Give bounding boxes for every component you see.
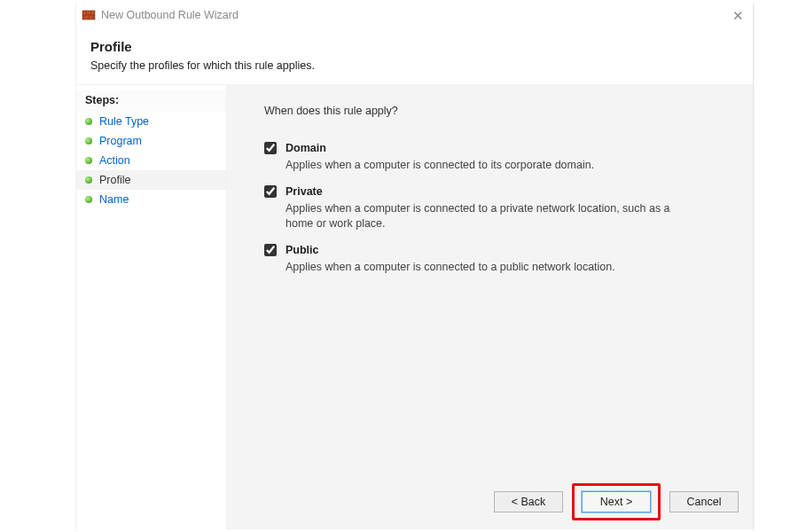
firewall-icon	[82, 8, 96, 22]
option-domain: Domain Applies when a computer is connec…	[264, 142, 730, 173]
step-name[interactable]: Name	[76, 190, 226, 209]
wizard-header: Profile Specify the profiles for which t…	[76, 27, 753, 84]
option-public: Public Applies when a computer is connec…	[264, 244, 730, 275]
option-domain-label: Domain	[286, 142, 326, 154]
wizard-footer: < Back Next > Cancel	[494, 483, 739, 520]
rule-apply-prompt: When does this rule apply?	[264, 105, 730, 117]
checkbox-domain[interactable]	[264, 142, 277, 154]
titlebar: New Outbound Rule Wizard ✕	[76, 4, 753, 27]
window-title: New Outbound Rule Wizard	[101, 9, 239, 21]
bullet-icon	[85, 196, 92, 203]
bullet-icon	[85, 118, 92, 125]
option-private-label: Private	[286, 185, 323, 198]
steps-label: Steps:	[76, 90, 226, 112]
step-label: Name	[99, 193, 129, 206]
steps-sidebar: Steps: Rule Type Program Action Profile …	[76, 85, 227, 529]
option-public-label: Public	[286, 244, 319, 256]
option-domain-desc: Applies when a computer is connected to …	[286, 158, 693, 173]
wizard-window: New Outbound Rule Wizard ✕ Profile Speci…	[75, 4, 754, 530]
step-label: Rule Type	[99, 115, 149, 128]
step-rule-type[interactable]: Rule Type	[76, 112, 226, 131]
back-button[interactable]: < Back	[494, 491, 563, 512]
close-icon[interactable]: ✕	[729, 9, 747, 22]
wizard-body: Steps: Rule Type Program Action Profile …	[76, 84, 753, 529]
page-heading: Profile	[90, 39, 739, 54]
step-profile[interactable]: Profile	[76, 170, 226, 190]
option-private: Private Applies when a computer is conne…	[264, 185, 730, 231]
next-button[interactable]: Next >	[582, 491, 651, 512]
bullet-icon	[85, 157, 92, 164]
checkbox-private[interactable]	[264, 185, 277, 198]
bullet-icon	[85, 137, 92, 145]
main-panel: When does this rule apply? Domain Applie…	[227, 85, 753, 529]
step-label: Action	[99, 154, 130, 167]
step-label: Profile	[99, 174, 130, 186]
page-subtitle: Specify the profiles for which this rule…	[90, 59, 739, 72]
option-private-desc: Applies when a computer is connected to …	[286, 201, 693, 231]
cancel-button[interactable]: Cancel	[669, 491, 739, 512]
step-label: Program	[99, 135, 142, 147]
bullet-icon	[85, 176, 92, 184]
step-action[interactable]: Action	[76, 151, 226, 170]
next-highlight: Next >	[572, 483, 661, 520]
checkbox-public[interactable]	[264, 244, 277, 256]
option-public-desc: Applies when a computer is connected to …	[286, 260, 693, 275]
step-program[interactable]: Program	[76, 131, 226, 151]
